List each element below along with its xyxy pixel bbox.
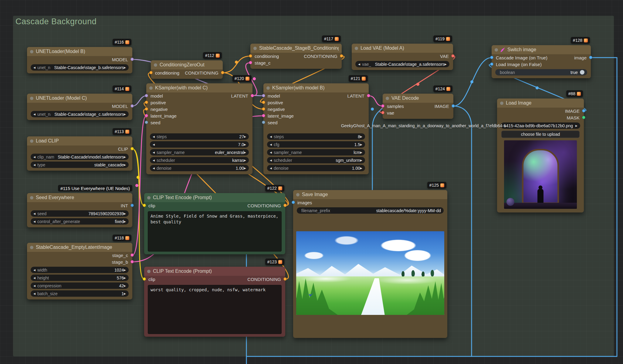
width-widget[interactable]: ◀width1024▶ xyxy=(31,267,129,273)
node-header[interactable]: Save Image xyxy=(293,190,447,199)
prev-arrow-icon[interactable]: ◀ xyxy=(33,113,36,116)
clip-input-port[interactable] xyxy=(143,277,146,281)
type-widget[interactable]: ◀typestable_cascade▶ xyxy=(31,162,129,168)
collapse-dot[interactable] xyxy=(30,246,33,249)
prev-arrow-icon[interactable]: ◀ xyxy=(33,269,36,272)
node-stageb-conditioning[interactable]: #117 StableCascade_StageB_Conditioning c… xyxy=(250,44,342,69)
next-arrow-icon[interactable]: ▶ xyxy=(244,159,246,162)
unet-name-widget[interactable]: ◀unet_nameStable-Cascade\stage_b.safeten… xyxy=(31,64,129,71)
denoise-widget[interactable]: ◀denoise1.00▶ xyxy=(150,165,249,171)
next-arrow-icon[interactable]: ▶ xyxy=(360,159,362,162)
collapse-dot[interactable] xyxy=(296,193,300,196)
node-header[interactable]: Seed Everywhere xyxy=(27,193,132,202)
positive-input-port[interactable] xyxy=(262,101,265,104)
next-arrow-icon[interactable]: ▶ xyxy=(360,167,362,170)
image-output-port[interactable] xyxy=(582,109,585,112)
node-header[interactable]: Load CLIP xyxy=(27,136,132,145)
prev-arrow-icon[interactable]: ◀ xyxy=(153,159,155,162)
prev-arrow-icon[interactable]: ◀ xyxy=(270,167,272,170)
prev-arrow-icon[interactable]: ◀ xyxy=(33,155,36,159)
next-arrow-icon[interactable]: ▶ xyxy=(124,284,126,287)
conditioning-output-port[interactable] xyxy=(340,54,343,58)
next-arrow-icon[interactable]: ▶ xyxy=(124,276,126,279)
node-header[interactable]: VAE Decode xyxy=(383,94,453,103)
choose-file-button[interactable]: choose file to upload xyxy=(501,131,580,138)
node-header[interactable]: KSampler(with model B) xyxy=(263,83,369,92)
positive-prompt-textarea[interactable]: Anime Style, Field of Snow and Grass, ma… xyxy=(148,211,282,252)
vae-output-port[interactable] xyxy=(451,54,455,58)
denoise-widget[interactable]: ◀denoise1.00▶ xyxy=(267,165,365,171)
node-header[interactable]: Switch image xyxy=(492,45,591,54)
node-unetloader-model-b[interactable]: #116 UNETLoader(Model B) MODEL ◀unet_nam… xyxy=(27,47,132,73)
next-arrow-icon[interactable]: ▶ xyxy=(360,143,362,146)
next-arrow-icon[interactable]: ▶ xyxy=(124,292,126,295)
positive-input-port[interactable] xyxy=(145,101,148,104)
toggle-knob[interactable] xyxy=(580,70,584,75)
steps-widget[interactable]: ◀steps27▶ xyxy=(150,133,249,140)
prev-arrow-icon[interactable]: ◀ xyxy=(270,135,272,138)
boolean-toggle-widget[interactable]: booleantrue xyxy=(495,69,587,75)
prev-arrow-icon[interactable]: ◀ xyxy=(358,63,360,66)
prev-arrow-icon[interactable]: ◀ xyxy=(33,292,36,295)
image-output-port[interactable] xyxy=(452,104,455,108)
next-arrow-icon[interactable]: ▶ xyxy=(445,63,447,66)
node-ksampler-model-c[interactable]: #120 KSampler(with model C) modelLATENT … xyxy=(146,83,252,174)
prev-arrow-icon[interactable]: ◀ xyxy=(33,276,36,279)
load-image-input-port[interactable] xyxy=(490,62,493,66)
node-header[interactable]: Load Image xyxy=(497,99,584,108)
conditioning-output-port[interactable] xyxy=(283,204,287,207)
model-output-port[interactable] xyxy=(130,58,134,61)
model-output-port[interactable] xyxy=(130,104,134,108)
node-header[interactable]: StableCascade_EmptyLatentImage xyxy=(27,243,132,252)
collapse-dot[interactable] xyxy=(386,97,389,100)
prev-arrow-icon[interactable]: ◀ xyxy=(153,151,155,154)
next-arrow-icon[interactable]: ▶ xyxy=(244,167,246,170)
collapse-dot[interactable] xyxy=(30,139,33,143)
stage-c-input-port[interactable] xyxy=(249,61,252,64)
compression-widget[interactable]: ◀compression42▶ xyxy=(31,282,129,289)
latent-image-input-port[interactable] xyxy=(145,114,148,117)
next-arrow-icon[interactable]: ▶ xyxy=(124,113,126,116)
prev-arrow-icon[interactable]: ◀ xyxy=(33,212,36,215)
clip-output-port[interactable] xyxy=(130,147,134,150)
collapse-dot[interactable] xyxy=(154,63,157,67)
next-arrow-icon[interactable]: ▶ xyxy=(124,220,126,223)
prev-arrow-icon[interactable]: ◀ xyxy=(33,284,36,287)
conditioning-output-port[interactable] xyxy=(221,71,224,74)
node-header[interactable]: UNETLoader (Model C) xyxy=(27,94,132,103)
image-filename-widget[interactable]: ◀GeekyGhost_A_man_A_man_standing_in_a_do… xyxy=(501,122,580,129)
node-load-clip[interactable]: #113 Load CLIP CLIP ◀clip_nameStable-Cas… xyxy=(27,136,132,171)
next-arrow-icon[interactable]: ▶ xyxy=(124,269,126,272)
seed-input-port[interactable] xyxy=(262,121,265,124)
prev-arrow-icon[interactable]: ◀ xyxy=(270,143,272,146)
clip-input-port[interactable] xyxy=(143,204,146,207)
batch-size-widget[interactable]: ◀batch_size1▶ xyxy=(31,290,129,297)
negative-input-port[interactable] xyxy=(262,107,265,111)
prev-arrow-icon[interactable]: ◀ xyxy=(153,143,155,146)
steps-widget[interactable]: ◀steps8▶ xyxy=(267,133,365,140)
node-header[interactable]: KSampler(with model C) xyxy=(146,83,252,92)
prev-arrow-icon[interactable]: ◀ xyxy=(270,151,272,154)
height-widget[interactable]: ◀height576▶ xyxy=(31,275,129,281)
node-save-image[interactable]: #125 Save Image images filename_prefixst… xyxy=(293,190,447,338)
next-arrow-icon[interactable]: ▶ xyxy=(360,135,362,138)
node-switch-image[interactable]: #128 Switch image Cascade Image (on True… xyxy=(492,45,591,78)
negative-prompt-textarea[interactable]: worst quality, cropped, nude, nsfw, wate… xyxy=(148,285,282,334)
node-graph-canvas[interactable]: Cascade Background #116 xyxy=(0,0,623,364)
scheduler-widget[interactable]: ◀schedulerkarras▶ xyxy=(150,157,249,163)
next-arrow-icon[interactable]: ▶ xyxy=(124,212,126,215)
model-input-port[interactable] xyxy=(262,94,265,97)
collapse-dot[interactable] xyxy=(500,102,503,105)
stage-b-output-port[interactable] xyxy=(130,260,134,263)
seed-input-port[interactable] xyxy=(145,121,148,124)
conditioning-input-port[interactable] xyxy=(149,71,153,74)
node-header[interactable]: CLIP Text Encode (Prompt) xyxy=(144,193,285,202)
node-unetloader-model-c[interactable]: #114 UNETLoader (Model C) MODEL ◀unet_na… xyxy=(27,94,132,120)
node-clip-text-encode-negative[interactable]: #123 CLIP Text Encode (Prompt) clipCONDI… xyxy=(144,267,285,337)
node-seed-everywhere[interactable]: #115 Use Everywhere (UE Nodes) Seed Ever… xyxy=(27,193,132,227)
node-conditioning-zero-out[interactable]: #112 ConditioningZeroOut conditioningCON… xyxy=(151,60,223,79)
latent-image-input-port[interactable] xyxy=(262,114,265,117)
collapse-dot[interactable] xyxy=(495,48,498,52)
scheduler-widget[interactable]: ◀schedulersgm_uniform▶ xyxy=(267,157,365,163)
mask-output-port[interactable] xyxy=(582,116,585,119)
